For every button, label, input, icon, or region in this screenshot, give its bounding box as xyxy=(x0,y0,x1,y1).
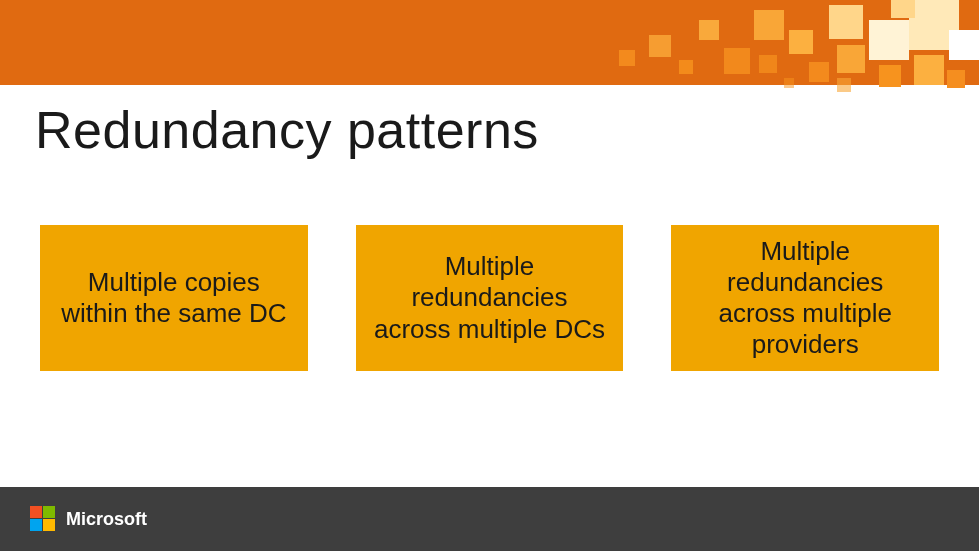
svg-rect-20 xyxy=(784,78,794,88)
svg-rect-10 xyxy=(829,5,863,39)
footer-bar: Microsoft xyxy=(0,487,979,551)
svg-rect-15 xyxy=(914,55,944,85)
svg-rect-6 xyxy=(754,10,784,40)
microsoft-logo-icon xyxy=(30,506,56,532)
svg-rect-12 xyxy=(869,20,909,60)
slide-title: Redundancy patterns xyxy=(35,100,539,160)
svg-rect-9 xyxy=(809,62,829,82)
decorative-corner-graphic xyxy=(579,0,979,105)
svg-rect-8 xyxy=(789,30,813,54)
pattern-box-label: Multiple copies within the same DC xyxy=(58,267,290,329)
svg-rect-4 xyxy=(699,20,719,40)
pattern-box-1: Multiple copies within the same DC xyxy=(40,225,308,371)
svg-rect-1 xyxy=(619,50,635,66)
pattern-box-label: Multiple redundancies across multiple pr… xyxy=(689,236,921,361)
svg-rect-18 xyxy=(947,70,965,88)
svg-rect-16 xyxy=(949,30,979,60)
svg-rect-7 xyxy=(759,55,777,73)
footer-brand-text: Microsoft xyxy=(66,509,147,530)
svg-rect-11 xyxy=(837,45,865,73)
svg-rect-13 xyxy=(879,65,901,87)
svg-rect-19 xyxy=(837,78,851,92)
pattern-box-2: Multiple redundancies across multiple DC… xyxy=(356,225,624,371)
pattern-boxes: Multiple copies within the same DC Multi… xyxy=(0,225,979,371)
pattern-box-label: Multiple redundancies across multiple DC… xyxy=(374,251,606,345)
slide-container: Redundancy patterns Multiple copies with… xyxy=(0,0,979,551)
pattern-box-3: Multiple redundancies across multiple pr… xyxy=(671,225,939,371)
svg-rect-17 xyxy=(891,0,915,18)
svg-rect-2 xyxy=(649,35,671,57)
svg-rect-5 xyxy=(724,48,750,74)
svg-rect-3 xyxy=(679,60,693,74)
